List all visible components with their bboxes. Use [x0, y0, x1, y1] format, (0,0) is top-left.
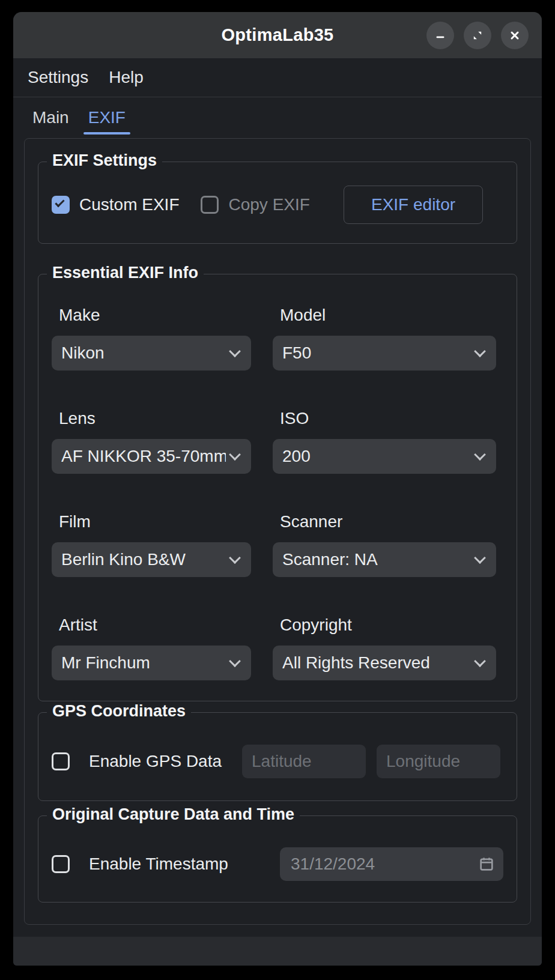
model-label: Model: [280, 306, 496, 325]
iso-field: ISO 200: [273, 409, 496, 474]
artist-field: Artist Mr Finchum: [52, 616, 251, 680]
maximize-restore-icon: [472, 29, 484, 41]
scanner-label: Scanner: [280, 512, 496, 531]
date-value: 31/12/2024: [291, 854, 478, 874]
status-bar: [13, 937, 542, 966]
close-button[interactable]: [501, 22, 529, 49]
maximize-button[interactable]: [464, 22, 491, 49]
tab-bar: Main EXIF: [13, 97, 542, 138]
film-field: Film Berlin Kino B&W: [52, 512, 251, 577]
enable-gps-checkbox[interactable]: [52, 752, 70, 770]
close-icon: [509, 29, 521, 41]
artist-label: Artist: [59, 616, 251, 635]
exif-editor-button[interactable]: EXIF editor: [344, 186, 483, 224]
gps-group: GPS Coordinates Enable GPS Data: [38, 712, 517, 801]
enable-timestamp-checkbox[interactable]: [52, 855, 70, 873]
titlebar: OptimaLab35: [13, 12, 542, 58]
chevron-down-icon: [474, 345, 486, 357]
copyright-label: Copyright: [280, 616, 496, 635]
copy-exif-label: Copy EXIF: [228, 195, 309, 214]
film-label: Film: [59, 512, 251, 531]
date-input: 31/12/2024: [280, 847, 503, 881]
window-controls: [426, 12, 529, 58]
custom-exif-checkbox[interactable]: [52, 196, 70, 214]
lens-dropdown[interactable]: AF NIKKOR 35-70mm: [52, 439, 251, 474]
iso-dropdown[interactable]: 200: [273, 439, 496, 474]
tab-main[interactable]: Main: [31, 108, 70, 127]
group-title-essential: Essential EXIF Info: [47, 264, 204, 282]
copyright-field: Copyright All Rights Reserved: [273, 616, 496, 680]
chevron-down-icon: [229, 345, 241, 357]
group-title-timestamp: Original Capture Data and Time: [47, 805, 300, 824]
iso-label: ISO: [280, 409, 496, 428]
make-label: Make: [59, 306, 251, 325]
essential-exif-group: Essential EXIF Info Make Nikon Model F50: [38, 274, 517, 701]
film-dropdown[interactable]: Berlin Kino B&W: [52, 542, 251, 577]
exif-tab-panel: EXIF Settings Custom EXIF Copy EXIF EXIF…: [24, 138, 531, 925]
timestamp-group: Original Capture Data and Time Enable Ti…: [38, 815, 517, 903]
chevron-down-icon: [474, 655, 486, 667]
enable-timestamp-label: Enable Timestamp: [89, 854, 228, 874]
chevron-down-icon: [229, 552, 241, 564]
scanner-field: Scanner Scanner: NA: [273, 512, 496, 577]
model-field: Model F50: [273, 306, 496, 371]
checkmark-icon: [55, 197, 64, 207]
enable-gps-label: Enable GPS Data: [89, 752, 222, 771]
calendar-icon: [478, 856, 495, 873]
exif-settings-group: EXIF Settings Custom EXIF Copy EXIF EXIF…: [38, 162, 517, 244]
group-title-gps: GPS Coordinates: [47, 702, 191, 721]
scanner-dropdown[interactable]: Scanner: NA: [273, 542, 496, 577]
field-row: Film Berlin Kino B&W Scanner Scanner: NA: [52, 512, 503, 577]
latitude-input: [242, 745, 366, 778]
field-row: Lens AF NIKKOR 35-70mm ISO 200: [52, 409, 503, 474]
copyright-dropdown[interactable]: All Rights Reserved: [273, 646, 496, 680]
chevron-down-icon: [229, 449, 241, 461]
artist-dropdown[interactable]: Mr Finchum: [52, 646, 251, 680]
make-field: Make Nikon: [52, 306, 251, 371]
make-dropdown[interactable]: Nikon: [52, 336, 251, 371]
tab-exif[interactable]: EXIF: [87, 108, 127, 127]
custom-exif-label: Custom EXIF: [79, 195, 179, 214]
chevron-down-icon: [229, 655, 241, 667]
minimize-icon: [434, 29, 446, 41]
menubar: Settings Help: [13, 58, 542, 97]
longitude-input: [377, 745, 500, 778]
model-dropdown[interactable]: F50: [273, 336, 496, 371]
lens-field: Lens AF NIKKOR 35-70mm: [52, 409, 251, 474]
app-window: OptimaLab35 Settings Help Main EXIF EXIF…: [13, 12, 542, 966]
menu-settings[interactable]: Settings: [28, 68, 88, 87]
lens-label: Lens: [59, 409, 251, 428]
field-row: Artist Mr Finchum Copyright All Rights R…: [52, 616, 503, 680]
copy-exif-checkbox: [201, 196, 219, 214]
group-title-exif-settings: EXIF Settings: [47, 151, 162, 170]
chevron-down-icon: [474, 449, 486, 461]
field-row: Make Nikon Model F50: [52, 306, 503, 371]
minimize-button[interactable]: [426, 22, 454, 49]
chevron-down-icon: [474, 552, 486, 564]
menu-help[interactable]: Help: [109, 68, 144, 87]
